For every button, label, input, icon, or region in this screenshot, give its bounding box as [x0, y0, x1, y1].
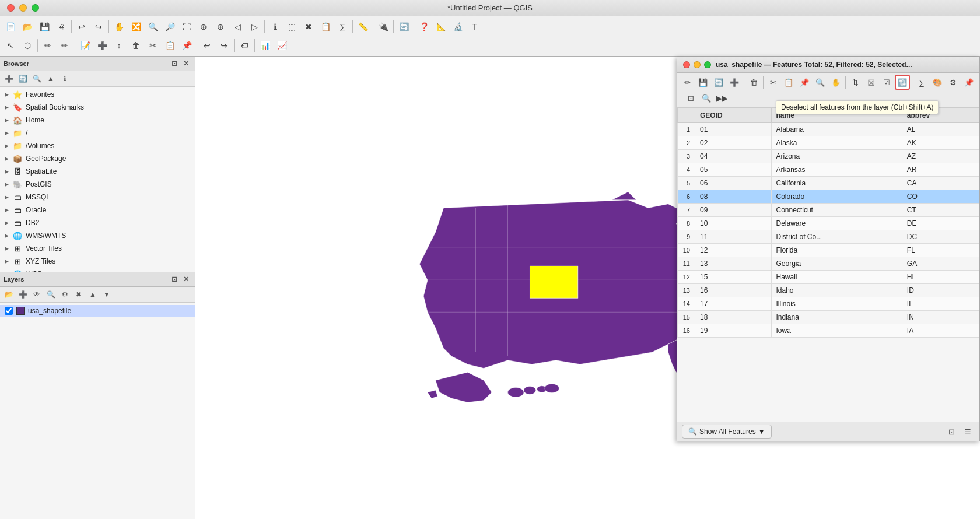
browser-item-vector-tiles[interactable]: ▶ ⊞ Vector Tiles: [0, 242, 195, 255]
zoom-layer-button[interactable]: ⊕: [195, 19, 212, 35]
invert-selection-button[interactable]: 🔃: [895, 75, 910, 90]
close-button[interactable]: [7, 4, 15, 12]
feature-table-content[interactable]: GEOID name abbrev 1 01 Alabama AL 2 02 A…: [677, 108, 979, 422]
browser-add-button[interactable]: ➕: [2, 72, 15, 85]
table-row[interactable]: 8 10 Delaware DE: [678, 217, 979, 230]
browser-item-postgis[interactable]: ▶ 🐘 PostGIS: [0, 178, 195, 191]
plugins-button[interactable]: 🔌: [375, 19, 391, 35]
open-project-button[interactable]: 📂: [19, 19, 36, 35]
scale-button[interactable]: 📐: [433, 19, 449, 35]
select-features-button[interactable]: ⬚: [284, 19, 300, 35]
browser-collapse-button[interactable]: ▲: [44, 72, 57, 85]
chart-button[interactable]: 📈: [274, 37, 290, 54]
table-row[interactable]: 10 12 Florida FL: [678, 244, 979, 257]
node-tool-button[interactable]: ⬡: [19, 37, 36, 54]
table-row[interactable]: 11 13 Georgia GA: [678, 257, 979, 271]
geoid-header[interactable]: GEOID: [695, 108, 772, 123]
footer-form-button[interactable]: ☰: [961, 425, 975, 439]
browser-refresh-button[interactable]: 🔄: [16, 72, 29, 85]
edit-features-button[interactable]: ✏: [680, 75, 695, 90]
browser-item-volumes[interactable]: ▶ 📁 /Volumes: [0, 139, 195, 152]
zoom-next-button[interactable]: ▷: [246, 19, 262, 35]
cut-rows-button[interactable]: ✂: [765, 75, 780, 90]
table-row[interactable]: 14 17 Illinois IL: [678, 297, 979, 311]
table-body[interactable]: 1 01 Alabama AL 2 02 Alaska AK 3 04 Ariz…: [678, 123, 979, 338]
browser-item-favorites[interactable]: ▶ ⭐ Favorites: [0, 88, 195, 101]
reload-features-button[interactable]: 🔄: [711, 75, 726, 90]
select-all-button[interactable]: ☑: [879, 75, 894, 90]
diagram-button[interactable]: 📊: [257, 37, 273, 54]
layer-item-usa-shapefile[interactable]: usa_shapefile: [0, 305, 195, 317]
save-project-button[interactable]: 💾: [36, 19, 52, 35]
browser-item-db2[interactable]: ▶ 🗃 DB2: [0, 216, 195, 229]
conditional-format-button[interactable]: 🎨: [930, 75, 945, 90]
zoom-in-button[interactable]: 🔍: [145, 19, 161, 35]
form-button[interactable]: 📝: [77, 37, 93, 54]
table-row[interactable]: 2 02 Alaska AK: [678, 136, 979, 150]
table-row[interactable]: 6 08 Colorado CO: [678, 190, 979, 204]
browser-item-home[interactable]: ▶ 🏠 Home: [0, 114, 195, 127]
deselect-all-button[interactable]: ⊠ Deselect all features from the layer (…: [863, 75, 878, 90]
undo-edit-button[interactable]: ↩: [199, 37, 215, 54]
table-row[interactable]: 9 11 District of Co... DC: [678, 230, 979, 244]
table-row[interactable]: 4 05 Arkansas AR: [678, 163, 979, 177]
more-options-button[interactable]: ▶▶: [715, 90, 730, 106]
redo-button[interactable]: ↪: [90, 19, 107, 35]
help-button[interactable]: ❓: [416, 19, 432, 35]
undo-button[interactable]: ↩: [74, 19, 90, 35]
browser-close-button[interactable]: ✕: [181, 58, 191, 69]
footer-expand-button[interactable]: ⊡: [944, 425, 958, 439]
browser-item-wcs[interactable]: ▶ 🌐 WCS: [0, 268, 195, 272]
layers-float-button[interactable]: ⊡: [169, 274, 180, 285]
save-features-button[interactable]: 💾: [695, 75, 710, 90]
actions-button[interactable]: ⚙: [946, 75, 961, 90]
browser-item-spatial-bookmarks[interactable]: ▶ 🔖 Spatial Bookmarks: [0, 101, 195, 114]
maximize-button[interactable]: [32, 4, 39, 12]
browser-tree[interactable]: ▶ ⭐ Favorites ▶ 🔖 Spatial Bookmarks ▶ 🏠 …: [0, 87, 195, 272]
move-feature-button[interactable]: ↕: [111, 37, 127, 54]
browser-filter-button[interactable]: 🔍: [30, 72, 43, 85]
pan-to-selected-button[interactable]: ✋: [828, 75, 844, 90]
redo-edit-button[interactable]: ↪: [216, 37, 232, 54]
table-row[interactable]: 7 09 Connecticut CT: [678, 204, 979, 217]
expand-button[interactable]: ⊡: [683, 90, 698, 106]
digitize2-button[interactable]: ✏: [57, 37, 73, 54]
refresh-button[interactable]: 🔄: [396, 19, 412, 35]
browser-properties-button[interactable]: ℹ: [58, 72, 71, 85]
show-all-features-button[interactable]: 🔍 Show All Features ▼: [682, 425, 772, 439]
copy-rows-button[interactable]: 📋: [781, 75, 796, 90]
dock-button[interactable]: 📌: [961, 75, 977, 90]
measure-button[interactable]: 📏: [355, 19, 371, 35]
zoom-to-selected-button[interactable]: 🔍: [813, 75, 828, 90]
label-button[interactable]: 🏷: [236, 37, 253, 54]
sort-col-button[interactable]: ⇅: [848, 75, 863, 90]
feature-max-button[interactable]: [704, 61, 711, 68]
deselect-button[interactable]: ✖: [300, 19, 317, 35]
statistical-summary-button[interactable]: ∑: [334, 19, 351, 35]
paste-feature-button[interactable]: 📌: [178, 37, 195, 54]
pan-button[interactable]: ✋: [111, 19, 127, 35]
browser-item-geopackage[interactable]: ▶ 📦 GeoPackage: [0, 152, 195, 165]
add-feature-button[interactable]: ➕: [94, 37, 110, 54]
field-calc-button[interactable]: ∑: [914, 75, 929, 90]
delete-selected-button[interactable]: 🗑: [746, 75, 761, 90]
layers-add-button[interactable]: ➕: [16, 288, 29, 301]
paste-rows-button[interactable]: 📌: [797, 75, 812, 90]
table-row[interactable]: 16 19 Iowa IA: [678, 324, 979, 338]
table-row[interactable]: 1 01 Alabama AL: [678, 123, 979, 136]
zoom-last-button[interactable]: ◁: [229, 19, 246, 35]
table-row[interactable]: 13 16 Idaho ID: [678, 284, 979, 297]
select-tool-button[interactable]: ↖: [2, 37, 19, 54]
layers-open-button[interactable]: 📂: [2, 288, 15, 301]
zoom-out-button[interactable]: 🔎: [162, 19, 178, 35]
minimize-button[interactable]: [19, 4, 27, 12]
table-row[interactable]: 15 18 Indiana IN: [678, 311, 979, 324]
browser-item-oracle[interactable]: ▶ 🗃 Oracle: [0, 204, 195, 216]
layers-close-button[interactable]: ✕: [181, 274, 191, 285]
browser-item-root[interactable]: ▶ 📁 /: [0, 127, 195, 139]
layer-checkbox[interactable]: [5, 307, 13, 315]
identify-button[interactable]: ℹ: [267, 19, 283, 35]
browser-item-wms-wmts[interactable]: ▶ 🌐 WMS/WMTS: [0, 229, 195, 242]
feature-min-button[interactable]: [694, 61, 701, 68]
layers-list[interactable]: usa_shapefile: [0, 303, 195, 519]
